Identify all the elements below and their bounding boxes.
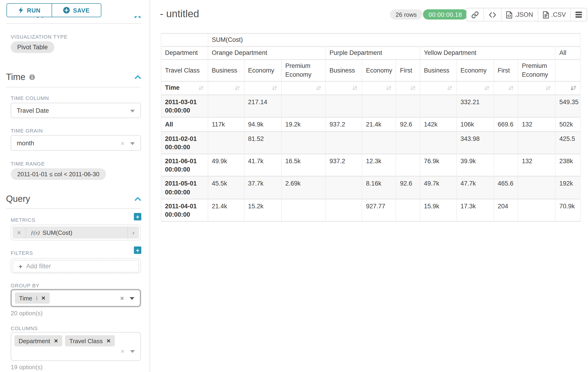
add-filter-button[interactable]: + Add filter	[12, 260, 139, 273]
clear-icon[interactable]: ×	[120, 295, 124, 302]
pivot-value-cell: 192k	[556, 177, 581, 200]
pivot-subcol-header: Business	[420, 60, 457, 82]
pivot-value-cell	[208, 132, 244, 154]
add-metric-button[interactable]: +	[134, 213, 141, 220]
chevron-up-icon[interactable]	[134, 16, 137, 18]
time-range-label: TIME RANGE	[11, 161, 45, 167]
sort-icon[interactable]	[546, 85, 552, 91]
chart-title[interactable]: - untitled	[160, 8, 199, 20]
caret-down-icon[interactable]	[130, 109, 135, 112]
pivot-value-cell: 15.2k	[244, 200, 282, 222]
sort-icon[interactable]	[234, 85, 240, 91]
columns-select[interactable]: Department✕Travel Class✕ ×	[11, 332, 141, 361]
selected-option-tag[interactable]: Timei✕	[15, 292, 50, 304]
pivot-subcol-header: Economy	[457, 60, 494, 82]
time-section-header[interactable]: Time	[6, 72, 141, 82]
chevron-up-icon[interactable]	[134, 197, 141, 201]
sorted-desc-icon[interactable]	[570, 85, 576, 91]
export-json-button[interactable]: .JSON	[501, 8, 538, 21]
metric-pill[interactable]: × ƒ(x) SUM(Cost) ›	[12, 226, 139, 239]
remove-metric-icon[interactable]: ×	[12, 226, 26, 239]
pivot-sort-header	[494, 82, 518, 95]
query-section-header[interactable]: Query	[6, 194, 141, 204]
time-grain-select[interactable]: month ×	[11, 135, 141, 151]
pivot-sort-header	[518, 82, 556, 95]
time-column-label: TIME COLUMN	[11, 95, 49, 101]
sort-icon[interactable]	[352, 85, 358, 91]
sort-icon[interactable]	[316, 85, 322, 91]
sort-icon[interactable]	[198, 85, 204, 91]
pivot-value-cell	[326, 132, 362, 154]
clear-icon[interactable]: ×	[120, 139, 125, 147]
pivot-sort-header	[208, 82, 244, 95]
pivot-value-cell: 8.16k	[362, 177, 396, 200]
pivot-value-cell	[282, 95, 326, 118]
run-button-label: RUN	[27, 7, 41, 14]
save-button[interactable]: SAVE	[52, 4, 101, 17]
share-link-button[interactable]	[467, 8, 483, 21]
pivot-value-cell: 15.9k	[420, 200, 457, 222]
function-icon: ƒ(x)	[31, 229, 40, 236]
add-filter-plus-button[interactable]: +	[134, 246, 141, 254]
section-divider	[6, 208, 141, 209]
time-range-pill[interactable]: 2011-01-01 ≤ col < 2011-06-30	[11, 168, 106, 180]
pivot-subcol-header: Premium Economy	[282, 60, 326, 82]
pivot-value-cell	[362, 132, 396, 154]
row-count-badge: 26 rows	[390, 9, 422, 20]
pivot-sort-header	[326, 82, 362, 95]
sort-icon[interactable]	[386, 85, 392, 91]
file-code-icon	[506, 11, 512, 18]
export-csv-button[interactable]: .CSV	[538, 8, 571, 21]
pivot-sort-header: Time	[161, 82, 208, 95]
pivot-value-cell	[282, 132, 326, 154]
group-by-select[interactable]: Timei✕ ×	[11, 289, 141, 307]
selected-option-tag[interactable]: Travel Class✕	[65, 335, 115, 346]
sort-icon[interactable]	[484, 85, 490, 91]
control-panel-sidebar: Chart Type RUN SAVE VISUALIZATION TYPE	[0, 0, 150, 372]
remove-tag-icon[interactable]: ✕	[54, 338, 58, 344]
chevron-up-icon[interactable]	[134, 75, 141, 80]
info-icon[interactable]	[29, 74, 35, 80]
pivot-value-cell: 47.7k	[457, 177, 494, 200]
sort-icon[interactable]	[272, 85, 277, 91]
chevron-up-icon[interactable]	[138, 16, 141, 18]
pivot-value-cell: 12.3k	[362, 154, 396, 177]
time-column-select[interactable]: Travel Date	[11, 103, 141, 118]
caret-down-icon[interactable]	[130, 350, 135, 353]
query-timer-badge: 00:00:00.18	[423, 9, 468, 20]
remove-tag-icon[interactable]: ✕	[106, 338, 111, 344]
pivot-subcol-header: Economy	[244, 60, 282, 82]
pivot-row-header: 2011-03-01 00:00:00	[161, 95, 208, 118]
pivot-value-cell: 17.3k	[457, 200, 494, 222]
run-button[interactable]: RUN	[7, 4, 52, 17]
hamburger-menu-icon	[576, 12, 582, 18]
caret-down-icon[interactable]	[130, 297, 134, 300]
remove-tag-icon[interactable]: ✕	[41, 295, 46, 301]
chart-menu-button[interactable]	[571, 8, 587, 21]
caret-down-icon[interactable]	[130, 142, 135, 145]
sort-icon[interactable]	[410, 85, 416, 91]
pivot-sort-header	[282, 82, 326, 95]
clear-icon[interactable]: ×	[120, 348, 125, 355]
pivot-value-cell: 204	[494, 200, 518, 222]
pivot-data-row: 2011-04-01 00:00:0021.4k15.2k927.7715.9k…	[161, 200, 581, 222]
chevron-right-icon[interactable]: ›	[127, 226, 139, 239]
pivot-value-cell: 16.5k	[282, 154, 326, 177]
pivot-value-cell	[494, 95, 518, 118]
sort-icon[interactable]	[508, 85, 514, 91]
pivot-value-cell	[396, 132, 420, 154]
sort-icon[interactable]	[446, 85, 452, 91]
metric-name: SUM(Cost)	[42, 229, 73, 236]
columns-label: COLUMNS	[11, 326, 38, 331]
pivot-value-cell	[420, 132, 457, 154]
embed-code-button[interactable]	[483, 8, 501, 21]
time-column-value: Travel Date	[17, 107, 49, 114]
pivot-row-header: All	[161, 118, 208, 132]
pivot-value-cell: 21.4k	[208, 200, 244, 222]
pivot-row-header: 2011-02-01 00:00:00	[161, 132, 208, 154]
pivot-value-cell: 465.6	[494, 177, 518, 200]
plus-circle-icon	[63, 7, 70, 13]
pivot-value-cell	[362, 95, 396, 118]
viz-type-pill[interactable]: Pivot Table	[11, 41, 54, 53]
selected-option-tag[interactable]: Department✕	[14, 335, 62, 346]
